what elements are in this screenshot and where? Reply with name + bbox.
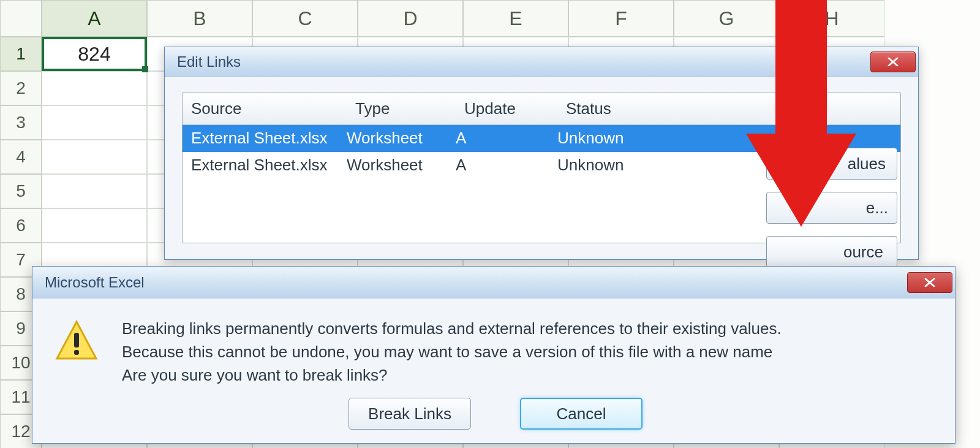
row-header-3[interactable]: 3 <box>0 105 42 140</box>
cell-a1[interactable]: 824 <box>42 37 147 71</box>
column-header-c[interactable]: C <box>252 0 358 37</box>
column-header-b[interactable]: B <box>147 0 252 37</box>
row-header-2[interactable]: 2 <box>0 71 42 105</box>
row-header-1[interactable]: 1 <box>0 37 42 71</box>
links-cell-update: A <box>456 125 557 152</box>
row-header-5[interactable]: 5 <box>0 174 42 208</box>
cell[interactable] <box>42 105 147 140</box>
excel-message-close-button[interactable] <box>907 272 952 293</box>
links-cell-type: Worksheet <box>347 152 456 179</box>
links-header-type[interactable]: Type <box>347 93 456 124</box>
cancel-button[interactable]: Cancel <box>520 398 643 430</box>
close-icon <box>924 278 936 287</box>
links-header-update[interactable]: Update <box>456 93 557 124</box>
links-cell-source: External Sheet.xlsx <box>183 152 347 179</box>
open-source-button[interactable]: ource <box>766 236 897 268</box>
links-cell-source: External Sheet.xlsx <box>183 125 347 152</box>
links-cell-update: A <box>456 152 557 179</box>
excel-message-text: Breaking links permanently converts form… <box>122 317 782 387</box>
column-header-f[interactable]: F <box>568 0 674 37</box>
cell[interactable] <box>42 71 147 105</box>
close-icon <box>887 58 899 66</box>
links-header-source[interactable]: Source <box>183 93 347 124</box>
warning-icon <box>55 319 99 363</box>
column-header-e[interactable]: E <box>463 0 568 37</box>
column-header-a[interactable]: A <box>42 0 147 37</box>
open-source-label: ource <box>767 243 897 262</box>
row-header-6[interactable]: 6 <box>0 208 42 243</box>
edit-links-close-button[interactable] <box>870 51 916 72</box>
break-links-button[interactable]: Break Links <box>349 398 471 430</box>
cell[interactable] <box>42 174 147 208</box>
row-header-4[interactable]: 4 <box>0 140 42 174</box>
red-arrow-icon <box>746 0 856 237</box>
select-all-corner[interactable] <box>0 0 42 37</box>
excel-message-title: Microsoft Excel <box>45 274 145 291</box>
cell[interactable] <box>42 140 147 174</box>
svg-rect-1 <box>74 333 79 347</box>
cell[interactable] <box>42 208 147 243</box>
edit-links-title: Edit Links <box>177 53 241 70</box>
excel-message-titlebar[interactable]: Microsoft Excel <box>32 267 955 298</box>
links-cell-type: Worksheet <box>347 125 456 152</box>
excel-message-dialog: Microsoft Excel Breaking links permanent… <box>32 266 956 444</box>
column-header-d[interactable]: D <box>358 0 463 37</box>
svg-rect-2 <box>74 350 79 355</box>
